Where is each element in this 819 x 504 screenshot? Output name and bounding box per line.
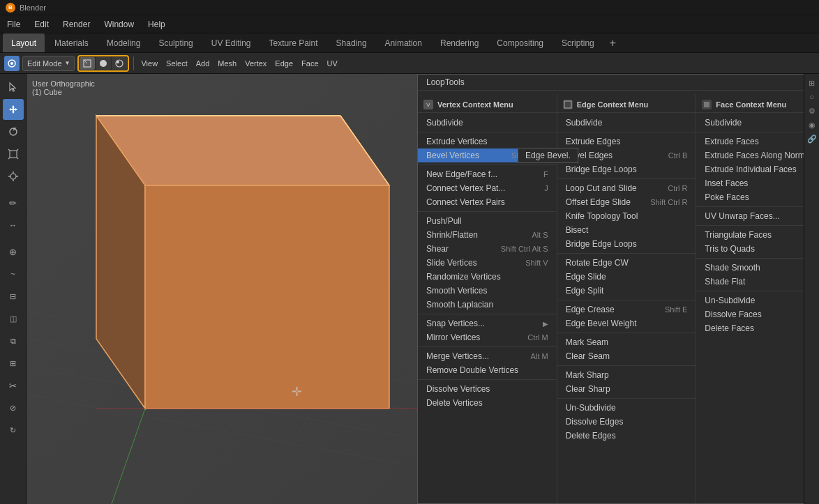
vertex-delete[interactable]: Delete Vertices: [418, 396, 557, 410]
vertex-shear[interactable]: Shear Shift Ctrl Alt S: [418, 242, 557, 256]
add-object-tool[interactable]: ⊕: [3, 241, 24, 262]
edge-clear-seam[interactable]: Clear Seam: [557, 349, 696, 363]
face-uv-unwrap[interactable]: UV Unwrap Faces... U ▶: [696, 209, 804, 223]
loop-cut-tool[interactable]: ⊞: [3, 353, 24, 374]
mode-selector[interactable]: Edit Mode ▼: [22, 56, 75, 71]
rotate-tool[interactable]: [3, 121, 24, 142]
wireframe-icon[interactable]: [80, 57, 95, 70]
uv-menu-btn[interactable]: UV: [324, 59, 340, 68]
edge-loop-cut[interactable]: Loop Cut and Slide Ctrl R: [557, 181, 696, 195]
vertex-slide[interactable]: Slide Vertices Shift V: [418, 256, 557, 270]
vertex-smooth-laplacian[interactable]: Smooth Laplacian: [418, 298, 557, 312]
vertex-merge[interactable]: Merge Vertices... Alt M: [418, 349, 557, 363]
tab-animation[interactable]: Animation: [377, 33, 430, 52]
vertex-subdivide[interactable]: Subdivide: [418, 116, 557, 130]
vertex-connect-pairs[interactable]: Connect Vertex Pairs: [418, 195, 557, 209]
select-menu[interactable]: Select: [163, 59, 190, 68]
constraint-icon[interactable]: 🔗: [806, 132, 818, 145]
face-extrude[interactable]: Extrude Faces E: [696, 135, 804, 148]
scale-tool[interactable]: [3, 144, 24, 165]
edge-unsubdivide[interactable]: Un-Subdivide: [557, 401, 696, 415]
edge-mark-seam[interactable]: Mark Seam: [557, 335, 696, 349]
menu-file[interactable]: File: [0, 15, 27, 33]
edge-bisect[interactable]: Bisect: [557, 223, 696, 237]
edge-rotate-cw[interactable]: Rotate Edge CW: [557, 256, 696, 270]
transform-tool[interactable]: [3, 166, 24, 187]
extrude-tool[interactable]: ⧉: [3, 330, 24, 351]
edge-crease[interactable]: Edge Crease Shift E: [557, 303, 696, 316]
face-subdivide[interactable]: Subdivide: [696, 116, 804, 130]
mesh-menu[interactable]: Mesh: [215, 59, 239, 68]
tab-modeling[interactable]: Modeling: [98, 33, 149, 52]
tab-layout[interactable]: Layout: [3, 33, 45, 52]
tab-compositing[interactable]: Compositing: [488, 33, 552, 52]
edge-delete[interactable]: Delete Edges: [557, 429, 696, 443]
tab-scripting[interactable]: Scripting: [553, 33, 603, 52]
tab-shading[interactable]: Shading: [328, 33, 375, 52]
menu-window[interactable]: Window: [97, 15, 141, 33]
vertex-mirror[interactable]: Mirror Vertices Ctrl M: [418, 330, 557, 344]
modifier-icon[interactable]: ⚙: [806, 105, 818, 117]
face-shade-flat[interactable]: Shade Flat: [696, 275, 804, 289]
face-unsubdivide[interactable]: Un-Subdivide: [696, 293, 804, 307]
looptools-menu-item[interactable]: LoopTools ▶: [418, 75, 804, 90]
edge-bevel-weight[interactable]: Edge Bevel Weight: [557, 316, 696, 330]
menu-edit[interactable]: Edit: [27, 15, 56, 33]
vertex-extrude[interactable]: Extrude Vertices: [418, 135, 557, 148]
vertex-randomize[interactable]: Randomize Vertices: [418, 270, 557, 284]
vertex-new-edge[interactable]: New Edge/Face f... F: [418, 167, 557, 181]
smooth-tool[interactable]: ~: [3, 264, 24, 284]
edge-subdivide[interactable]: Subdivide: [557, 116, 696, 130]
edge-knife-topology[interactable]: Knife Topology Tool: [557, 209, 696, 223]
edge-mark-sharp[interactable]: Mark Sharp: [557, 368, 696, 382]
face-dissolve[interactable]: Dissolve Faces: [696, 307, 804, 321]
add-menu[interactable]: Add: [193, 59, 213, 68]
spin-tool[interactable]: ↻: [3, 420, 24, 441]
move-tool[interactable]: [3, 99, 24, 120]
tab-sculpting[interactable]: Sculpting: [150, 33, 201, 52]
tab-uv-editing[interactable]: UV Editing: [203, 33, 260, 52]
face-extrude-individual[interactable]: Extrude Individual Faces: [696, 162, 804, 176]
annotate-tool[interactable]: ✏: [3, 192, 24, 213]
face-triangulate[interactable]: Triangulate Faces Ctrl T: [696, 228, 804, 242]
add-workspace-button[interactable]: +: [604, 35, 622, 52]
edge-bridge-2[interactable]: Bridge Edge Loops: [557, 237, 696, 251]
vertex-smooth[interactable]: Smooth Vertices: [418, 284, 557, 298]
face-inset[interactable]: Inset Faces I: [696, 176, 804, 190]
edge-slide-tool[interactable]: ⊟: [3, 286, 24, 307]
object-props-icon[interactable]: ○: [806, 91, 818, 103]
vertex-connect-path[interactable]: Connect Vertex Pat... J: [418, 181, 557, 195]
measure-tool[interactable]: ↔: [3, 215, 24, 236]
cursor-tool[interactable]: [3, 77, 24, 98]
vertex-menu-btn[interactable]: Vertex: [242, 59, 269, 68]
edge-split[interactable]: Edge Split: [557, 284, 696, 298]
menu-render[interactable]: Render: [56, 15, 97, 33]
face-delete[interactable]: Delete Faces: [696, 321, 804, 335]
edge-extrude[interactable]: Extrude Edges: [557, 135, 696, 148]
face-shade-smooth[interactable]: Shade Smooth: [696, 261, 804, 275]
material-icon[interactable]: [112, 57, 127, 70]
vertex-shrink[interactable]: Shrink/Flatten Alt S: [418, 228, 557, 242]
edge-bridge-1[interactable]: Bridge Edge Loops: [557, 162, 696, 176]
edge-dissolve[interactable]: Dissolve Edges: [557, 415, 696, 429]
tab-rendering[interactable]: Rendering: [432, 33, 487, 52]
view-menu[interactable]: View: [138, 59, 160, 68]
viewport[interactable]: User Orthographic (1) Cube X Y Z ✛: [27, 74, 804, 504]
bisect-tool[interactable]: ⊘: [3, 397, 24, 418]
vertex-snap[interactable]: Snap Vertices... ▶: [418, 316, 557, 330]
face-poke[interactable]: Poke Faces: [696, 190, 804, 204]
vertex-remove-doubles[interactable]: Remove Double Vertices: [418, 363, 557, 377]
properties-icon[interactable]: ⊞: [806, 77, 818, 89]
face-extrude-normals[interactable]: Extrude Faces Along Normals: [696, 148, 804, 162]
knife-tool[interactable]: ✂: [3, 375, 24, 396]
solid-icon[interactable]: [96, 57, 111, 70]
edge-offset-slide[interactable]: Offset Edge Slide Shift Ctrl R: [557, 195, 696, 209]
face-tris-quads[interactable]: Tris to Quads Alt J: [696, 242, 804, 256]
menu-help[interactable]: Help: [141, 15, 172, 33]
edge-menu-btn[interactable]: Edge: [272, 59, 296, 68]
face-menu-btn[interactable]: Face: [299, 59, 321, 68]
tab-materials[interactable]: Materials: [46, 33, 97, 52]
tab-texture-paint[interactable]: Texture Paint: [261, 33, 326, 52]
edge-clear-sharp[interactable]: Clear Sharp: [557, 382, 696, 396]
edge-slide[interactable]: Edge Slide: [557, 270, 696, 284]
